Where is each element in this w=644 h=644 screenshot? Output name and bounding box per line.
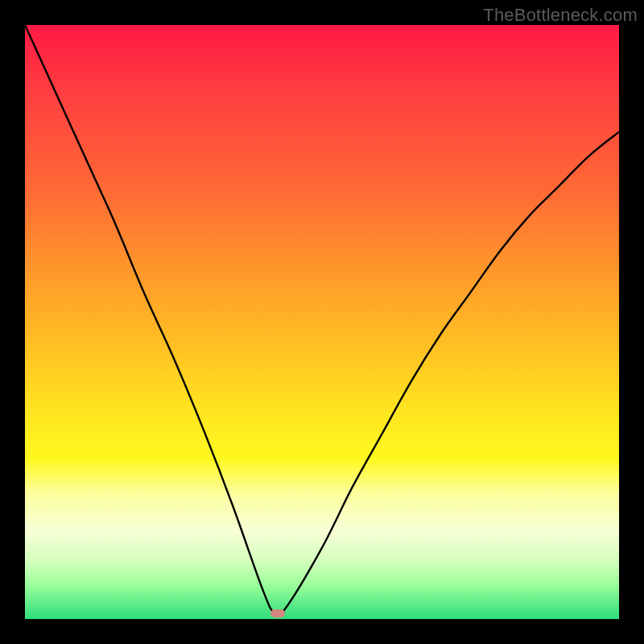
chart-frame: TheBottleneck.com — [0, 0, 644, 644]
bottleneck-curve — [25, 25, 619, 619]
watermark-text: TheBottleneck.com — [483, 5, 638, 26]
curve-path — [25, 25, 619, 616]
optimal-point-marker — [270, 609, 285, 617]
